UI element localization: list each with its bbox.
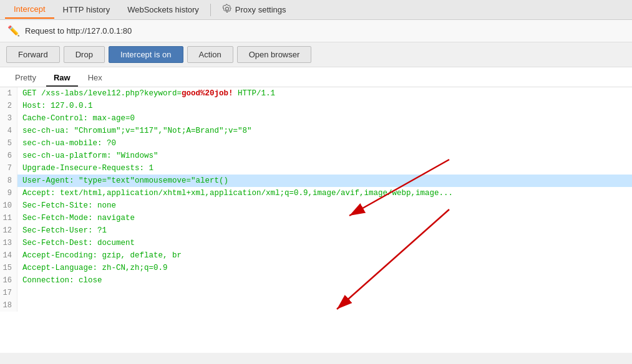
line-content: Host: 127.0.0.1: [17, 100, 632, 112]
line-content: Cache-Control: max-age=0: [17, 112, 632, 125]
line-content: [17, 287, 632, 299]
line-content: Upgrade-Insecure-Requests: 1: [17, 162, 632, 175]
drop-button[interactable]: Drop: [64, 46, 105, 63]
line-number: 17: [0, 287, 17, 299]
line-content: Sec-Fetch-User: ?1: [17, 224, 632, 237]
line-number: 15: [0, 262, 17, 274]
tab-divider: [210, 4, 211, 16]
sub-tab-hex[interactable]: Hex: [80, 70, 110, 87]
pencil-icon: ✏️: [7, 25, 20, 37]
table-row: 3Cache-Control: max-age=0: [0, 112, 632, 125]
intercept-on-button[interactable]: Intercept is on: [109, 46, 183, 63]
line-number: 4: [0, 125, 17, 137]
sub-tab-raw[interactable]: Raw: [46, 70, 78, 87]
tab-http-history[interactable]: HTTP history: [54, 1, 119, 18]
line-number: 5: [0, 137, 17, 150]
line-content: Accept: text/html,application/xhtml+xml,…: [17, 187, 632, 199]
line-content: [17, 299, 632, 312]
line-number: 18: [0, 299, 17, 312]
table-row: 2Host: 127.0.0.1: [0, 100, 632, 112]
table-row: 6sec-ch-ua-platform: "Windows": [0, 150, 632, 162]
proxy-settings-label: Proxy settings: [235, 5, 286, 14]
line-number: 6: [0, 150, 17, 162]
line-number: 2: [0, 100, 17, 112]
line-number: 8: [0, 175, 17, 187]
sub-tab-pretty[interactable]: Pretty: [7, 70, 44, 87]
table-row: 14Accept-Encoding: gzip, deflate, br: [0, 249, 632, 262]
line-content: sec-ch-ua-platform: "Windows": [17, 150, 632, 162]
table-row: 9Accept: text/html,application/xhtml+xml…: [0, 187, 632, 199]
line-number: 1: [0, 87, 17, 100]
line-number: 16: [0, 274, 17, 287]
sub-tab-bar: Pretty Raw Hex: [0, 67, 632, 87]
table-row: 12Sec-Fetch-User: ?1: [0, 224, 632, 237]
table-row: 8User-Agent: "type="text"onmousemove="al…: [0, 175, 632, 187]
tab-proxy-settings[interactable]: Proxy settings: [213, 0, 295, 19]
table-row: 18: [0, 299, 632, 312]
line-number: 13: [0, 237, 17, 249]
url-bar: ✏️ Request to http://127.0.0.1:80: [0, 20, 632, 42]
line-content: sec-ch-ua-mobile: ?0: [17, 137, 632, 150]
url-text: Request to http://127.0.0.1:80: [25, 26, 132, 36]
line-number: 10: [0, 199, 17, 212]
table-row: 16Connection: close: [0, 274, 632, 287]
tab-intercept[interactable]: Intercept: [5, 1, 54, 19]
action-button[interactable]: Action: [187, 46, 233, 63]
table-row: 1GET /xss-labs/level12.php?keyword=good%…: [0, 87, 632, 100]
line-content: Accept-Encoding: gzip, deflate, br: [17, 249, 632, 262]
line-number: 7: [0, 162, 17, 175]
line-number: 11: [0, 212, 17, 224]
forward-button[interactable]: Forward: [6, 46, 60, 63]
table-row: 13Sec-Fetch-Dest: document: [0, 237, 632, 249]
line-content: Sec-Fetch-Site: none: [17, 199, 632, 212]
line-number: 14: [0, 249, 17, 262]
action-bar: Forward Drop Intercept is on Action Open…: [0, 42, 632, 67]
line-content: GET /xss-labs/level12.php?keyword=good%2…: [17, 87, 632, 100]
line-content: Connection: close: [17, 274, 632, 287]
line-content: User-Agent: "type="text"onmousemove="ale…: [17, 175, 632, 187]
line-content: Sec-Fetch-Dest: document: [17, 237, 632, 249]
line-number: 12: [0, 224, 17, 237]
line-content: sec-ch-ua: "Chromium";v="117","Not;A=Bra…: [17, 125, 632, 137]
table-row: 7Upgrade-Insecure-Requests: 1: [0, 162, 632, 175]
open-browser-button[interactable]: Open browser: [237, 46, 312, 63]
table-row: 5sec-ch-ua-mobile: ?0: [0, 137, 632, 150]
line-content: Sec-Fetch-Mode: navigate: [17, 212, 632, 224]
line-number: 9: [0, 187, 17, 199]
main-tab-bar: Intercept HTTP history WebSockets histor…: [0, 0, 632, 20]
table-row: 4sec-ch-ua: "Chromium";v="117","Not;A=Br…: [0, 125, 632, 137]
keyword-highlight: good%20job!: [182, 89, 233, 98]
table-row: 17: [0, 287, 632, 299]
table-row: 10Sec-Fetch-Site: none: [0, 199, 632, 212]
line-number: 3: [0, 112, 17, 125]
table-row: 15Accept-Language: zh-CN,zh;q=0.9: [0, 262, 632, 274]
table-row: 11Sec-Fetch-Mode: navigate: [0, 212, 632, 224]
line-content: Accept-Language: zh-CN,zh;q=0.9: [17, 262, 632, 274]
gear-icon: [222, 4, 232, 16]
tab-websockets-history[interactable]: WebSockets history: [119, 1, 208, 18]
request-content[interactable]: 1GET /xss-labs/level12.php?keyword=good%…: [0, 87, 632, 353]
